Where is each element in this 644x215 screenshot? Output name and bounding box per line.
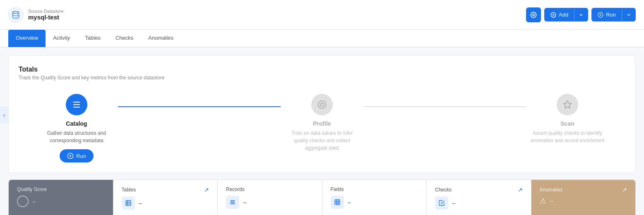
tab-overview[interactable]: Overview: [8, 30, 46, 47]
records-title: Records: [226, 186, 245, 192]
svg-rect-15: [126, 201, 131, 205]
add-dropdown-button[interactable]: [574, 9, 588, 21]
checks-value: –: [452, 200, 455, 206]
datastore-icon: [8, 7, 23, 22]
metric-tables: Tables ↗ –: [113, 180, 218, 215]
catalog-run-button[interactable]: Run: [60, 149, 94, 162]
tab-tables[interactable]: Tables: [77, 30, 108, 47]
run-button-group: Run: [591, 8, 636, 22]
profile-name: Profile: [313, 120, 331, 127]
svg-point-0: [13, 11, 19, 13]
tables-arrow[interactable]: ↗: [204, 186, 209, 193]
nav-tabs: Overview Activity Tables Checks Anomalie…: [0, 30, 644, 47]
checks-icon: [435, 196, 448, 210]
connector-1: [118, 106, 281, 107]
metric-records: Records –: [218, 180, 322, 215]
tab-checks[interactable]: Checks: [108, 30, 141, 47]
pipeline: Catalog Gather data structures and corre…: [19, 94, 625, 162]
run-dropdown-button[interactable]: [622, 9, 635, 21]
pipeline-step-profile: Profile Train on data values to infer qu…: [281, 94, 363, 157]
quality-score-header: Quality Score: [17, 186, 105, 192]
quality-score-value: –: [33, 198, 36, 205]
catalog-run-label: Run: [76, 153, 86, 159]
datastore-name: mysql-test: [28, 14, 64, 21]
tables-value: –: [139, 200, 142, 206]
datastore-type: Source Datastore: [28, 9, 64, 14]
main-content: Totals Track the Quality Score and key m…: [0, 47, 644, 215]
pipeline-step-catalog: Catalog Gather data structures and corre…: [35, 94, 118, 162]
run-label: Run: [606, 12, 616, 18]
anomalies-body: ⚠ –: [540, 196, 627, 205]
catalog-desc: Gather data structures and corresponding…: [39, 129, 114, 144]
add-label: Add: [559, 12, 568, 18]
anomalies-value: –: [550, 198, 553, 204]
metric-checks: Checks ↗ –: [427, 180, 531, 215]
add-button-group: Add: [544, 8, 588, 22]
anomalies-header: Anomalies ↗: [540, 186, 627, 193]
tables-header: Tables ↗: [122, 186, 209, 193]
catalog-circle: [66, 94, 87, 115]
svg-marker-14: [564, 101, 571, 108]
totals-subtitle: Track the Quality Score and key metrics …: [19, 75, 625, 81]
svg-point-12: [318, 101, 326, 108]
totals-title: Totals: [19, 66, 625, 73]
anomaly-icon: ⚠: [540, 196, 546, 205]
svg-point-13: [320, 103, 323, 106]
fields-title: Fields: [331, 186, 344, 192]
checks-arrow[interactable]: ↗: [518, 186, 523, 193]
anomalies-title: Anomalies: [540, 187, 563, 193]
scan-name: Scan: [560, 120, 574, 127]
svg-point-1: [533, 14, 534, 16]
metrics-row: Quality Score – Tables ↗: [8, 179, 636, 215]
scan-circle: [557, 94, 578, 115]
records-body: –: [226, 196, 314, 209]
tables-body: –: [122, 196, 209, 210]
profile-circle: [311, 94, 333, 115]
metric-fields: Fields –: [322, 180, 427, 215]
topbar-right: Add Run: [526, 7, 636, 22]
profile-desc: Train on data values to infer quality ch…: [285, 129, 359, 152]
anomalies-arrow[interactable]: ↗: [622, 186, 627, 193]
datastore-info: Source Datastore mysql-test: [28, 9, 64, 21]
quality-score-body: –: [17, 196, 105, 207]
records-header: Records: [226, 186, 314, 192]
records-icon: [226, 196, 239, 209]
svg-marker-6: [600, 14, 602, 16]
back-button[interactable]: ‹: [0, 107, 8, 123]
fields-icon: [331, 196, 344, 209]
run-button[interactable]: Run: [592, 8, 622, 21]
fields-header: Fields: [331, 186, 418, 192]
quality-score-circle: [17, 196, 29, 207]
tables-icon: [122, 196, 135, 210]
checks-title: Checks: [435, 187, 452, 193]
svg-marker-11: [70, 155, 72, 157]
records-value: –: [243, 199, 246, 205]
totals-card: Totals Track the Quality Score and key m…: [8, 55, 636, 173]
tables-title: Tables: [122, 187, 136, 193]
quality-score-title: Quality Score: [17, 186, 47, 192]
checks-header: Checks ↗: [435, 186, 523, 193]
pipeline-step-scan: Scan Assert quality checks to identify a…: [526, 94, 609, 149]
metric-anomalies: Anomalies ↗ ⚠ –: [531, 180, 636, 215]
scan-desc: Assert quality checks to identify anomal…: [530, 129, 605, 144]
metric-quality-score: Quality Score –: [9, 180, 113, 215]
connector-2: [363, 106, 526, 107]
settings-button[interactable]: [526, 7, 541, 22]
tab-activity[interactable]: Activity: [46, 30, 77, 47]
add-button[interactable]: Add: [545, 8, 574, 21]
back-icon: ‹: [3, 112, 5, 118]
topbar-left: Source Datastore mysql-test: [8, 7, 64, 22]
tab-anomalies[interactable]: Anomalies: [141, 30, 181, 47]
checks-body: –: [435, 196, 523, 210]
topbar: Source Datastore mysql-test Add: [0, 0, 644, 30]
svg-rect-23: [335, 200, 340, 205]
catalog-name: Catalog: [66, 120, 87, 127]
fields-value: –: [348, 199, 351, 205]
fields-body: –: [331, 196, 418, 209]
